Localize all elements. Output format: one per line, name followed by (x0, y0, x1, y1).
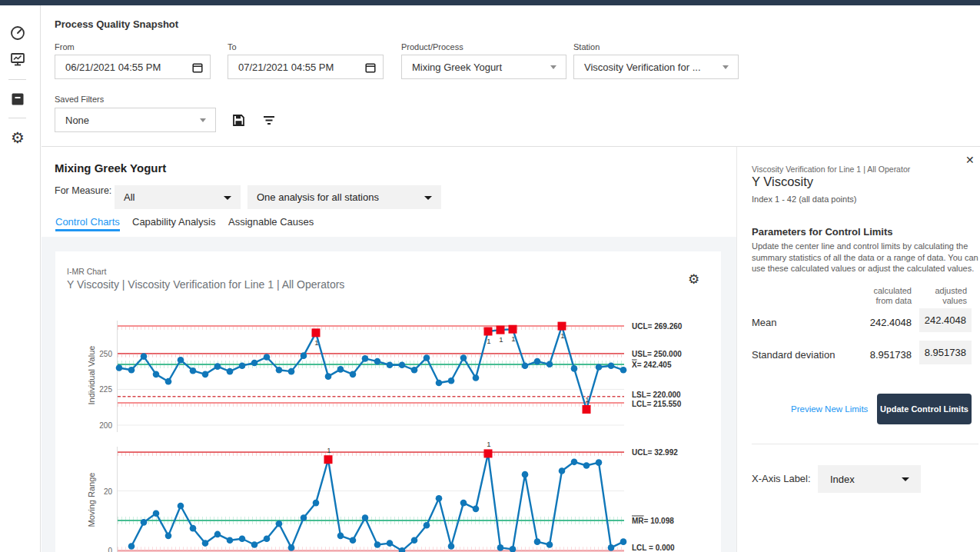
calendar-icon[interactable] (192, 62, 203, 75)
from-date-value: 06/21/2021 04:55 PM (65, 62, 161, 73)
chart-title: Y Viscosity | Viscosity Verification for… (67, 278, 344, 291)
saved-filters-select[interactable]: None (55, 108, 216, 132)
page-title: Process Quality Snapshot (55, 18, 178, 30)
chart-settings-gear-icon[interactable]: ⚙ (688, 273, 699, 286)
chevron-down-icon (902, 477, 909, 481)
sidebar-divider (8, 118, 26, 118)
panel-index-note: Index 1 - 42 (all data points) (752, 195, 856, 204)
panel-title: Y Viscosity (752, 175, 813, 189)
from-date-input[interactable]: 06/21/2021 04:55 PM (55, 55, 211, 79)
tab-assignable-causes[interactable]: Assignable Causes (228, 216, 314, 228)
from-label: From (55, 42, 75, 52)
stddev-label: Standard deviation (752, 349, 835, 361)
panel-description: Update the center line and control limit… (752, 241, 980, 274)
dashboard-gauge-icon[interactable] (9, 25, 26, 42)
stddev-calculated-value: 8.951738 (835, 349, 912, 361)
tab-control-charts[interactable]: Control Charts (55, 216, 120, 228)
chevron-down-icon (723, 65, 729, 69)
product-process-label: Product/Process (401, 42, 463, 52)
stddev-adjusted-input[interactable]: 8.951738 (919, 341, 972, 364)
mean-label: Mean (752, 317, 777, 328)
panel-divider (752, 444, 978, 444)
station-select[interactable]: Viscosity Verification for ... (573, 55, 739, 79)
mean-adjusted-input[interactable]: 242.4048 (919, 308, 972, 332)
saved-filters-label: Saved Filters (55, 95, 104, 104)
to-date-value: 07/21/2021 04:55 PM (238, 62, 334, 73)
panel-section-title: Parameters for Control Limits (752, 226, 893, 238)
saved-filters-value: None (65, 115, 89, 126)
analysis-select[interactable]: One analysis for all stations (247, 185, 441, 209)
product-process-select[interactable]: Mixing Greek Yogurt (401, 55, 566, 79)
chevron-down-icon (224, 196, 231, 200)
mean-calculated-value: 242.4048 (835, 317, 912, 328)
measure-value: All (124, 191, 135, 203)
column-header-calculated: calculated from data (838, 286, 912, 306)
save-filter-icon[interactable] (232, 114, 245, 130)
to-label: To (228, 42, 237, 52)
xaxis-label: X-Axis Label: (752, 473, 811, 484)
sidebar-divider (8, 79, 26, 80)
to-date-input[interactable]: 07/21/2021 04:55 PM (228, 55, 384, 79)
station-label: Station (573, 42, 600, 52)
product-process-value: Mixing Greek Yogurt (412, 62, 502, 73)
close-icon[interactable]: ✕ (965, 155, 975, 165)
update-control-limits-button[interactable]: Update Control Limits (877, 394, 972, 424)
column-header-adjusted: adjusted values (912, 286, 967, 306)
settings-gear-icon[interactable]: ⚙ (9, 129, 26, 146)
charts-monitor-icon[interactable] (9, 51, 26, 68)
active-tab-underline (55, 229, 120, 231)
chevron-down-icon (200, 118, 206, 122)
xaxis-value: Index (830, 474, 855, 485)
chart-card (55, 251, 721, 552)
calendar-icon[interactable] (365, 62, 376, 75)
measure-select[interactable]: All (115, 185, 241, 209)
product-heading: Mixing Greek Yogurt (55, 161, 166, 175)
tab-capability-analysis[interactable]: Capability Analysis (132, 216, 215, 228)
preview-new-limits-link[interactable]: Preview New Limits (791, 404, 868, 414)
chevron-down-icon (550, 65, 556, 69)
filter-icon[interactable] (263, 115, 275, 129)
top-bar (0, 0, 980, 5)
sidebar: ⚙ (0, 5, 41, 552)
chart-type-label: I-MR Chart (67, 267, 106, 276)
xaxis-select[interactable]: Index (818, 465, 921, 493)
panel-breadcrumb: Viscosity Verification for Line 1 | All … (752, 165, 910, 174)
station-value: Viscosity Verification for ... (584, 62, 701, 73)
chevron-down-icon (424, 196, 432, 200)
archive-box-icon[interactable] (9, 91, 26, 108)
analysis-value: One analysis for all stations (257, 191, 379, 203)
for-measure-label: For Measure: (55, 185, 111, 196)
